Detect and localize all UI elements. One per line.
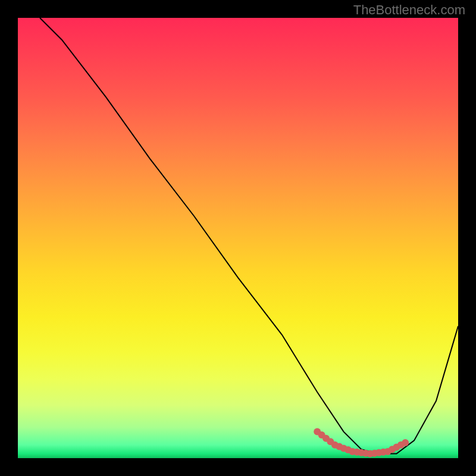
chart-svg: [18, 18, 458, 458]
highlight-dots: [314, 428, 409, 458]
highlight-dot: [402, 439, 409, 446]
main-curve-line: [40, 18, 458, 454]
chart-plot-area: [18, 18, 458, 458]
watermark-text: TheBottleneck.com: [353, 2, 465, 18]
